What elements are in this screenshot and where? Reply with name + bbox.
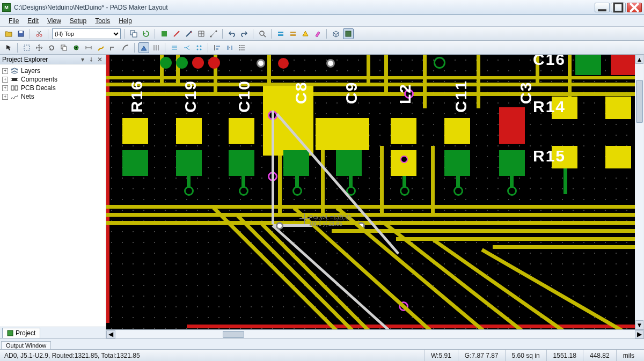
rotate-icon[interactable] [46,42,57,53]
trace-tool-icon[interactable] [96,42,106,53]
refdes: C10 [235,80,253,113]
expand-icon[interactable]: + [2,85,8,91]
bus-icon[interactable] [169,42,180,53]
maximize-button[interactable] [611,3,626,12]
via [278,58,289,69]
via-tool-icon[interactable] [71,42,82,53]
project-tree[interactable]: + Layers + Components + PCB Decals + Net… [0,64,106,327]
layer1-icon[interactable] [275,28,286,39]
arc-icon[interactable] [120,42,131,53]
shape-icon[interactable] [159,28,170,39]
route-add-icon[interactable] [171,28,182,39]
stitch-icon[interactable] [194,42,204,53]
via [507,186,517,196]
svg-rect-11 [133,33,137,37]
tree-label: PCB Decals [21,84,56,92]
route-del-icon[interactable] [184,28,194,39]
trace [106,205,643,209]
cursor-crosshair [299,213,310,224]
tree-item-components[interactable]: + Components [1,75,105,84]
drc-icon[interactable] [300,28,311,39]
expand-icon[interactable]: + [2,68,8,74]
tree-item-pcb-decals[interactable]: + PCB Decals [1,84,105,92]
measure-icon[interactable] [208,28,219,39]
pad [611,55,636,75]
tab-project[interactable]: Project [2,328,40,338]
panel-pin-icon[interactable] [87,56,95,63]
pad [391,118,416,144]
via [160,57,172,69]
scroll-track[interactable] [115,330,635,338]
scroll-track[interactable] [635,64,643,320]
horizontal-scrollbar[interactable]: ◀ ▶ [106,329,644,338]
status-x: 1551.18 [546,350,583,361]
svg-point-43 [200,48,202,50]
scroll-right-icon[interactable]: ▶ [635,330,644,338]
save-icon[interactable] [16,28,26,39]
menu-edit[interactable]: Edit [23,16,43,26]
refresh-icon[interactable] [141,28,151,39]
close-button[interactable] [627,3,642,12]
menu-setup[interactable]: Setup [65,16,91,26]
layer2-icon[interactable] [288,28,298,39]
3d-icon[interactable] [331,28,341,39]
align-left-icon[interactable] [212,42,223,53]
align-tool-icon[interactable] [138,42,149,53]
open-icon[interactable] [3,28,14,39]
highlight-icon[interactable] [312,28,323,39]
pad [229,150,254,176]
tree-label: Layers [21,67,40,75]
menu-file[interactable]: File [4,16,23,26]
list-icon[interactable] [237,42,247,53]
refdes: R15 [533,147,566,165]
tree-item-nets[interactable]: + Nets [1,92,105,101]
svg-rect-5 [19,31,23,33]
corner-icon[interactable] [108,42,119,53]
panel-dropdown-icon[interactable]: ▾ [79,56,86,63]
scroll-down-icon[interactable]: ▼ [635,320,643,329]
scroll-left-icon[interactable]: ◀ [106,330,115,338]
output-window-bar: Output Window [0,338,644,349]
fanout-icon[interactable] [181,42,192,53]
redo-icon[interactable] [239,28,250,39]
tab-output-window[interactable]: Output Window [1,341,51,349]
pad [316,118,369,150]
pad [444,118,470,144]
svg-rect-1 [614,3,623,12]
undo-icon[interactable] [226,28,237,39]
svg-rect-18 [278,32,283,33]
svg-point-53 [239,45,240,46]
window-titlebar: M C:\Designs\Netduino\NetDuino* - PADS M… [0,0,644,15]
pad [336,150,362,176]
scroll-up-icon[interactable]: ▲ [635,55,643,64]
menu-help[interactable]: Help [114,16,136,26]
menu-view[interactable]: View [43,16,65,26]
minimize-button[interactable] [595,3,610,12]
scroll-thumb[interactable] [223,331,244,338]
copy-icon[interactable] [58,42,69,53]
svg-point-41 [200,45,202,47]
vertical-scrollbar[interactable]: ▲ ▼ [635,55,644,329]
pointer-icon[interactable] [3,42,14,53]
toggle-board-icon[interactable] [343,28,354,39]
layer-select[interactable]: (H) Top [52,28,121,39]
expand-icon[interactable]: + [2,94,8,100]
select-rect-icon[interactable] [21,42,32,53]
move-icon[interactable] [34,42,45,53]
expand-icon[interactable]: + [2,77,8,83]
pad [122,118,148,144]
window-cascade-icon[interactable] [128,28,139,39]
svg-point-16 [260,31,264,35]
tree-item-layers[interactable]: + Layers [1,67,105,75]
trace [423,55,427,108]
grid-icon[interactable] [196,28,207,39]
panel-close-icon[interactable]: ✕ [96,56,104,63]
distribute-icon[interactable] [151,42,162,53]
cut-icon[interactable] [34,28,45,39]
scroll-thumb[interactable] [636,80,643,123]
zoom-icon[interactable] [257,28,268,39]
pcb-canvas[interactable]: P<x,y>L =132(.85 10(.1 y(.21.85 R16 C19 … [106,55,644,329]
dimension-icon[interactable] [83,42,94,53]
align-dist-icon[interactable] [224,42,235,53]
menu-tools[interactable]: Tools [91,16,114,26]
